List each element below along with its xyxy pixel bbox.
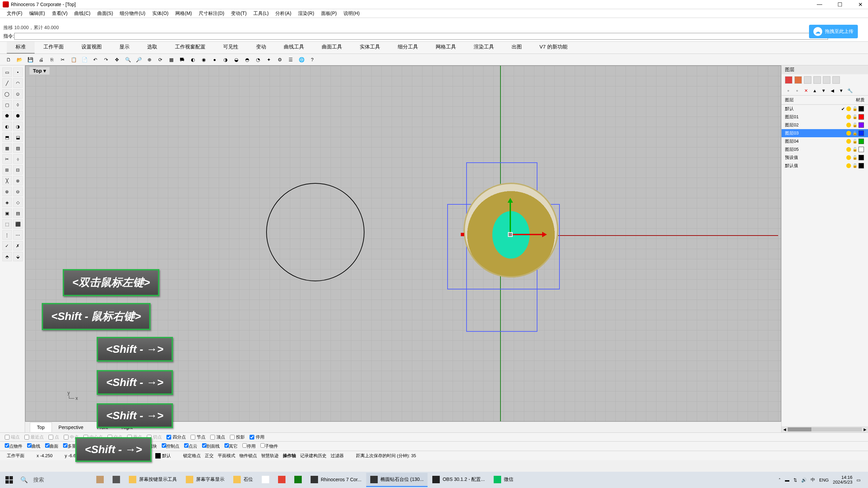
left-tool-10-1[interactable]: ⊗ xyxy=(13,176,23,185)
layer-lock-icon[interactable]: 🔓 xyxy=(852,163,857,168)
toolbar-tab-14[interactable]: 出图 xyxy=(503,41,531,54)
left-tool-14-0[interactable]: ⬚ xyxy=(2,219,12,229)
menu-1[interactable]: 编辑(E) xyxy=(26,9,48,18)
status-toggle-3[interactable]: 物件锁点 xyxy=(237,453,259,458)
filter-10[interactable]: 剖面线 xyxy=(202,443,220,449)
toolbar-tab-11[interactable]: 细分工具 xyxy=(389,41,427,54)
drawn-circle[interactable] xyxy=(266,183,364,281)
osnap-0[interactable]: 端点 xyxy=(5,434,20,440)
new-layer-button[interactable]: ▫ xyxy=(785,87,792,94)
layer-visible-icon[interactable] xyxy=(846,131,851,136)
toolbar-btn-7[interactable]: 📄 xyxy=(80,55,89,64)
left-tool-12-1[interactable]: ◇ xyxy=(13,198,23,207)
toolbar-btn-16[interactable]: ⛟ xyxy=(178,55,186,64)
left-tool-16-1[interactable]: ✗ xyxy=(13,241,23,250)
toolbar-btn-13[interactable]: ⊕ xyxy=(145,55,154,64)
taskbar-item-3[interactable] xyxy=(258,473,273,487)
hscroll-right[interactable]: ▶ xyxy=(862,427,868,432)
toolbar-tab-0[interactable]: 标准 xyxy=(7,41,35,54)
osnap-2[interactable]: 点 xyxy=(48,434,59,440)
filter-check-12[interactable] xyxy=(242,443,247,448)
layer-row-1[interactable]: 图层01🔓 xyxy=(782,113,868,121)
layers-col-material[interactable]: 材质 xyxy=(844,97,865,103)
layer-color-swatch[interactable] xyxy=(859,147,864,152)
taskbar-search-placeholder[interactable]: 搜索 xyxy=(32,476,92,484)
layer-lock-icon[interactable]: 🔓 xyxy=(852,115,857,119)
status-cplane[interactable]: 工作平面 xyxy=(5,453,26,459)
filter-11[interactable]: 其它 xyxy=(224,443,238,449)
tray-volume-icon[interactable]: 🔊 xyxy=(801,477,807,483)
toolbar-tab-15[interactable]: V7 的新功能 xyxy=(531,41,576,54)
taskbar-item-4[interactable] xyxy=(274,473,290,487)
left-tool-1-1[interactable]: ◠ xyxy=(13,78,23,88)
view-tab-perspective[interactable]: Perspective xyxy=(52,423,90,432)
layer-row-4[interactable]: 图层04🔓 xyxy=(782,137,868,145)
layer-tools-button[interactable]: 🔧 xyxy=(847,87,853,94)
layer-visible-icon[interactable] xyxy=(846,163,851,168)
left-tool-3-1[interactable]: ◊ xyxy=(13,100,23,109)
left-tool-8-1[interactable]: ⎀ xyxy=(13,154,23,164)
left-tool-2-1[interactable]: ⊙ xyxy=(13,89,23,99)
left-tool-6-0[interactable]: ⬒ xyxy=(2,133,12,142)
filter-check-3[interactable] xyxy=(63,443,67,448)
maximize-button[interactable]: ☐ xyxy=(835,1,845,8)
toolbar-btn-14[interactable]: ⟳ xyxy=(156,55,165,64)
taskbar-taskview-icon[interactable] xyxy=(108,473,124,487)
left-tool-7-1[interactable]: ▨ xyxy=(13,143,23,153)
left-tool-12-0[interactable]: ◈ xyxy=(2,198,12,207)
hscroll-left[interactable]: ◀ xyxy=(782,427,788,432)
filter-8[interactable]: 控制点 xyxy=(162,443,179,449)
filter-check-8[interactable] xyxy=(162,443,166,448)
panel-icon-6[interactable] xyxy=(832,76,840,84)
toolbar-btn-17[interactable]: ◐ xyxy=(189,55,197,64)
menu-10[interactable]: 工具(L) xyxy=(250,9,272,18)
left-tool-5-0[interactable]: ◐ xyxy=(2,122,12,131)
menu-8[interactable]: 尺寸标注(D) xyxy=(195,9,228,18)
toolbar-tab-4[interactable]: 选取 xyxy=(138,41,166,54)
tray-clock[interactable]: 14:16 2024/5/23 xyxy=(833,475,852,485)
layer-color-swatch[interactable] xyxy=(859,114,864,120)
osnap-check-8[interactable] xyxy=(166,435,171,440)
layer-color-swatch[interactable] xyxy=(859,106,864,111)
layer-row-3[interactable]: 图层03🔓 xyxy=(782,129,868,137)
filter-2[interactable]: 曲面 xyxy=(45,443,58,449)
command-input[interactable] xyxy=(14,33,828,40)
left-tool-7-0[interactable]: ▦ xyxy=(2,143,12,153)
toolbar-btn-22[interactable]: ◓ xyxy=(243,55,252,64)
layer-filter-button[interactable]: ▼ xyxy=(838,87,845,94)
toolbar-tab-12[interactable]: 网格工具 xyxy=(427,41,465,54)
layer-color-swatch[interactable] xyxy=(859,122,864,128)
cloud-upload-button[interactable]: ☁ 拖拽至此上传 xyxy=(809,25,858,38)
panel-icon-3[interactable] xyxy=(804,76,811,84)
left-tool-0-1[interactable]: • xyxy=(13,67,23,77)
left-tool-2-0[interactable]: ◯ xyxy=(2,89,12,99)
taskbar-item-1[interactable]: 屏幕字幕显示 xyxy=(182,473,229,487)
left-tool-0-0[interactable]: ▭ xyxy=(2,67,12,77)
left-tool-9-1[interactable]: ⊟ xyxy=(13,165,23,175)
toolbar-btn-1[interactable]: 📂 xyxy=(15,55,24,64)
status-toggle-2[interactable]: 平面模式 xyxy=(216,453,237,458)
toolbar-btn-5[interactable]: ✂ xyxy=(58,55,67,64)
left-tool-4-0[interactable]: ⬟ xyxy=(2,111,12,120)
reference-image-jewel[interactable] xyxy=(463,183,558,278)
tray-ime[interactable]: 中 xyxy=(811,477,815,483)
toolbar-tab-9[interactable]: 曲面工具 xyxy=(313,41,351,54)
toolbar-btn-10[interactable]: ✥ xyxy=(113,55,121,64)
layer-lock-icon[interactable]: 🔓 xyxy=(852,123,857,127)
layer-lock-icon[interactable]: 🔓 xyxy=(852,155,857,160)
view-tab-top[interactable]: Top xyxy=(30,422,52,432)
taskbar-item-6[interactable]: Rhinoceros 7 Cor... xyxy=(307,473,366,487)
toolbar-btn-27[interactable]: 🌐 xyxy=(297,55,306,64)
layer-row-7[interactable]: 默认值🔓 xyxy=(782,162,868,170)
layer-color-swatch[interactable] xyxy=(859,130,864,136)
osnap-check-11[interactable] xyxy=(230,435,235,440)
toolbar-btn-2[interactable]: 💾 xyxy=(26,55,35,64)
filter-12[interactable]: 停用 xyxy=(242,443,256,449)
layer-visible-icon[interactable] xyxy=(846,106,851,111)
menu-6[interactable]: 实体(O) xyxy=(149,9,172,18)
viewport-top[interactable]: Top ▾ y└─ x <双击鼠标左键> <Shift - 鼠标右键> <Shi… xyxy=(25,65,781,422)
gumball-origin[interactable] xyxy=(508,232,513,237)
toolbar-tab-2[interactable]: 设置视图 xyxy=(73,41,111,54)
menu-0[interactable]: 文件(F) xyxy=(3,9,26,18)
status-toggle-1[interactable]: 正交 xyxy=(203,453,216,458)
